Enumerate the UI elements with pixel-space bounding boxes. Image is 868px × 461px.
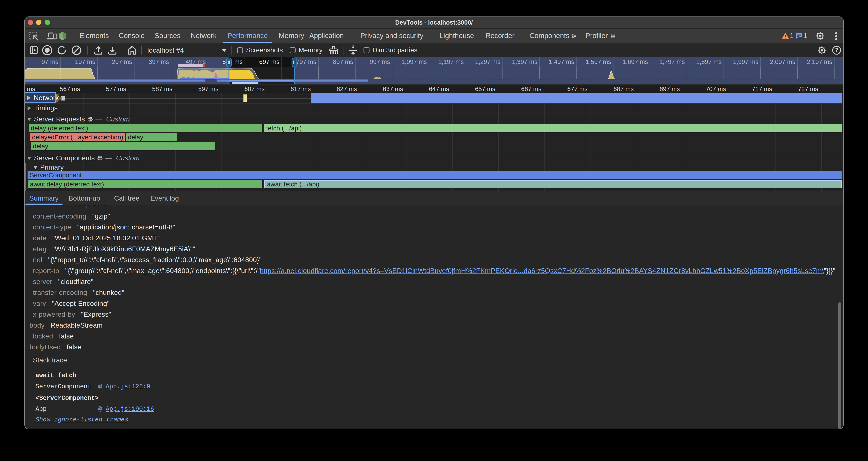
svg-text:97 ms: 97 ms [41, 58, 58, 65]
svg-text:?: ? [835, 47, 839, 54]
svg-text:1,697 ms: 1,697 ms [623, 58, 648, 65]
svg-text:597 ms: 597 ms [222, 58, 243, 65]
svg-text:1,997 ms: 1,997 ms [733, 58, 758, 65]
svg-text:797 ms: 797 ms [296, 58, 316, 65]
svg-text:297 ms: 297 ms [112, 58, 132, 65]
svg-text:397 ms: 397 ms [149, 58, 169, 65]
svg-text:197 ms: 197 ms [75, 58, 95, 65]
svg-text:2,097 ms: 2,097 ms [770, 58, 795, 65]
svg-text:897 ms: 897 ms [333, 58, 353, 65]
svg-text:1,297 ms: 1,297 ms [475, 58, 500, 65]
svg-text:1,397 ms: 1,397 ms [512, 58, 537, 65]
svg-text:2,197 ms: 2,197 ms [807, 58, 832, 65]
svg-text:997 ms: 997 ms [370, 58, 390, 65]
svg-text:1,197 ms: 1,197 ms [438, 58, 464, 65]
svg-text:1,797 ms: 1,797 ms [659, 58, 685, 65]
svg-text:1,897 ms: 1,897 ms [696, 58, 722, 65]
svg-text:1,497 ms: 1,497 ms [549, 58, 574, 65]
svg-text:697 ms: 697 ms [259, 58, 279, 65]
svg-text:1,597 ms: 1,597 ms [586, 58, 611, 65]
svg-text:1,097 ms: 1,097 ms [401, 58, 427, 65]
